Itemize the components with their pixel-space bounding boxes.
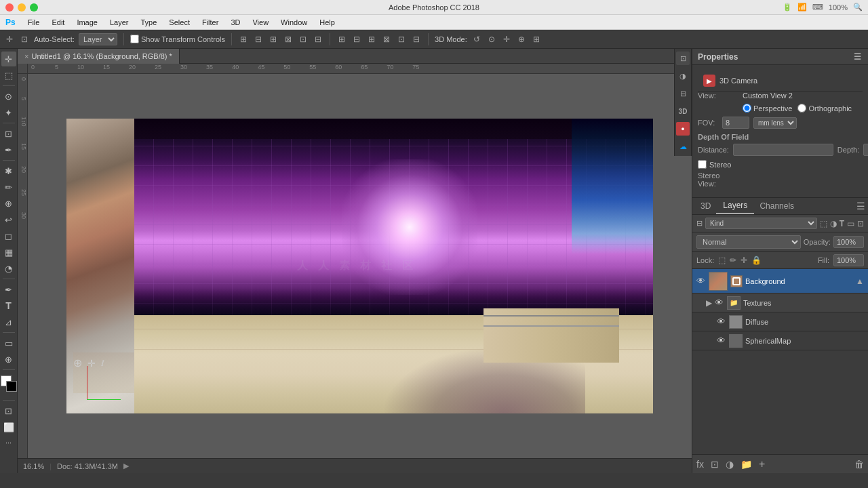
properties-panel-icon[interactable]: ⊡ xyxy=(676,52,690,65)
filter-shape-icon[interactable]: ▭ xyxy=(847,219,854,228)
layer-background[interactable]: 👁 Background ▲ xyxy=(692,269,868,293)
distribute-top-icon[interactable]: ⊠ xyxy=(381,34,392,45)
menu-select[interactable]: Select xyxy=(163,17,195,28)
background-color[interactable] xyxy=(6,381,17,392)
distribute-middle-icon[interactable]: ⊡ xyxy=(396,34,407,45)
menu-file[interactable]: File xyxy=(22,17,45,28)
new-layer-btn[interactable]: + xyxy=(759,458,765,470)
type-tool[interactable]: T xyxy=(1,298,16,313)
gradient-tool[interactable]: ▦ xyxy=(1,245,16,260)
menu-view[interactable]: View xyxy=(247,17,274,28)
screen-mode-icon[interactable]: ⬜ xyxy=(1,420,16,434)
layer-expand-background[interactable]: ▲ xyxy=(856,277,864,286)
3d-scale-icon[interactable]: ⊞ xyxy=(531,34,542,45)
close-button[interactable] xyxy=(5,3,14,12)
3d-roll-icon[interactable]: ⊙ xyxy=(486,34,497,45)
dodge-tool[interactable]: ◔ xyxy=(1,261,16,276)
tab-3d[interactable]: 3D xyxy=(695,199,716,214)
pen-tool[interactable]: ✒ xyxy=(1,282,16,297)
clone-tool[interactable]: ⊕ xyxy=(1,196,16,211)
blend-mode-select[interactable]: Normal Dissolve Multiply Screen Overlay xyxy=(696,235,801,249)
history-brush-tool[interactable]: ↩ xyxy=(1,212,16,227)
distance-input[interactable] xyxy=(733,144,833,156)
layer-textures[interactable]: ▶ 👁 📁 Textures xyxy=(692,293,868,312)
filter-adjust-icon[interactable]: ◑ xyxy=(830,219,837,228)
crop-tool[interactable]: ⊡ xyxy=(1,126,16,141)
minimize-button[interactable] xyxy=(18,3,26,12)
shape-tool[interactable]: ▭ xyxy=(1,336,16,350)
canvas-wrapper[interactable]: 人人素材社区 ⊕ ✛ 𝐼 xyxy=(28,74,692,458)
align-bottom-icon[interactable]: ⊟ xyxy=(313,34,323,45)
depth-input[interactable] xyxy=(863,144,868,156)
fov-input[interactable] xyxy=(722,117,749,129)
menu-help[interactable]: Help xyxy=(314,17,340,28)
menu-filter[interactable]: Filter xyxy=(197,17,224,28)
perspective-radio[interactable]: Perspective xyxy=(743,104,792,113)
3d-rotate-icon[interactable]: ↺ xyxy=(471,34,482,45)
eraser-tool[interactable]: ◻ xyxy=(1,228,16,243)
lock-all-icon[interactable]: 🔒 xyxy=(751,256,762,265)
filter-type-icon[interactable]: T xyxy=(840,219,844,228)
menu-type[interactable]: Type xyxy=(136,17,163,28)
orthographic-radio[interactable]: Orthographic xyxy=(797,104,852,113)
align-right-icon[interactable]: ⊞ xyxy=(268,34,279,45)
distribute-right-icon[interactable]: ⊞ xyxy=(366,34,377,45)
quick-mask-icon[interactable]: ⊡ xyxy=(1,403,16,418)
menu-window[interactable]: Window xyxy=(275,17,313,28)
layer-mode-select[interactable]: Layer Group xyxy=(79,33,117,45)
fov-unit-select[interactable]: mm lens degrees xyxy=(753,117,797,129)
stereo-checkbox[interactable]: Stereo xyxy=(698,160,863,169)
eye-sphericalmap-icon[interactable]: 👁 xyxy=(717,336,726,346)
search-icon[interactable]: 🔍 xyxy=(853,3,863,12)
tab-channels[interactable]: Channels xyxy=(754,199,800,214)
document-tab[interactable]: × Untitled1 @ 16.1% (Background, RGB/8) … xyxy=(18,49,180,64)
color-swatches[interactable] xyxy=(1,375,17,394)
add-mask-btn[interactable]: ⊡ xyxy=(711,459,719,470)
brush-tool[interactable]: ✏ xyxy=(1,180,16,195)
fill-input[interactable] xyxy=(833,254,864,266)
new-group-btn[interactable]: 📁 xyxy=(741,459,752,470)
zoom-tool[interactable]: ⊕ xyxy=(1,352,16,367)
spot-heal-tool[interactable]: ✱ xyxy=(1,163,16,178)
menu-layer[interactable]: Layer xyxy=(104,17,134,28)
layers-panel-menu[interactable]: ☰ xyxy=(856,201,865,211)
opacity-input[interactable] xyxy=(833,236,864,248)
distribute-bottom-icon[interactable]: ⊟ xyxy=(411,34,422,45)
eye-background-icon[interactable]: 👁 xyxy=(696,276,706,286)
tab-close-icon[interactable]: × xyxy=(24,52,28,60)
move-tool[interactable]: ✛ xyxy=(1,52,16,66)
magic-wand-tool[interactable]: ✦ xyxy=(1,105,16,120)
distribute-left-icon[interactable]: ⊞ xyxy=(336,34,347,45)
new-adjustment-btn[interactable]: ◑ xyxy=(726,459,734,470)
tab-layers[interactable]: Layers xyxy=(716,198,754,214)
layer-diffuse[interactable]: 👁 Diffuse xyxy=(692,312,868,331)
3d-slide-icon[interactable]: ⊕ xyxy=(516,34,527,45)
lasso-tool[interactable]: ⊙ xyxy=(1,89,16,104)
align-middle-icon[interactable]: ⊡ xyxy=(298,34,309,45)
lock-transparent-icon[interactable]: ⬚ xyxy=(718,256,726,265)
eye-diffuse-icon[interactable]: 👁 xyxy=(717,317,726,327)
distribute-center-icon[interactable]: ⊟ xyxy=(351,34,362,45)
transform-controls-label[interactable]: Show Transform Controls xyxy=(130,35,225,43)
3d-panel-icon[interactable]: 3D xyxy=(676,104,690,118)
adjustments-icon[interactable]: ◑ xyxy=(676,69,690,83)
creative-cloud-icon[interactable]: ☁ xyxy=(676,140,690,153)
camera-raw-icon[interactable]: ● xyxy=(676,122,690,136)
eyedropper-tool[interactable]: ✒ xyxy=(1,142,16,157)
menu-edit[interactable]: Edit xyxy=(46,17,70,28)
styles-icon[interactable]: ⊟ xyxy=(676,87,690,100)
filter-smart-icon[interactable]: ⊡ xyxy=(857,219,864,228)
delete-layer-btn[interactable]: 🗑 xyxy=(854,459,864,470)
align-center-h-icon[interactable]: ⊟ xyxy=(253,34,264,45)
3d-pan-icon[interactable]: ✛ xyxy=(501,34,512,45)
lock-position-icon[interactable]: ✛ xyxy=(741,256,747,265)
filter-pixel-icon[interactable]: ⬚ xyxy=(820,219,827,228)
lock-paint-icon[interactable]: ✏ xyxy=(730,256,736,265)
menu-3d[interactable]: 3D xyxy=(225,17,245,28)
panel-menu-icon[interactable]: ☰ xyxy=(852,52,863,62)
status-arrow-icon[interactable]: ▶ xyxy=(123,462,129,470)
filter-kind-select[interactable]: Kind Name Effect Mode Attribute Color xyxy=(705,218,817,229)
align-left-icon[interactable]: ⊞ xyxy=(238,34,249,45)
maximize-button[interactable] xyxy=(30,3,38,12)
marquee-tool[interactable]: ⬚ xyxy=(1,68,16,83)
